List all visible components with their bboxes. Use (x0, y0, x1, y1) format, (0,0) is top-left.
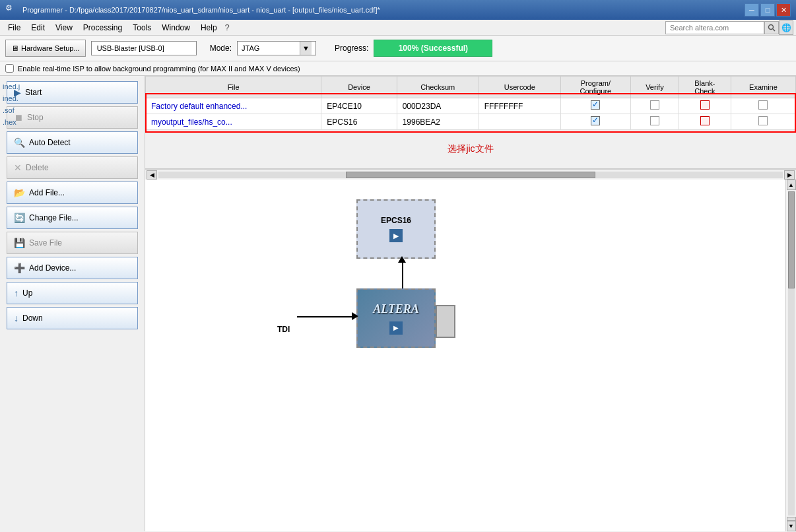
menu-tools[interactable]: Tools (127, 22, 156, 34)
verify-checkbox-1[interactable] (650, 100, 659, 110)
tdi-label: TDI (277, 325, 290, 334)
add-device-button[interactable]: ➕ Add Device... (7, 257, 138, 279)
v-scroll-track[interactable] (788, 191, 795, 515)
epcs16-play-button[interactable]: ▶ (389, 229, 403, 242)
altera-device-box: ALTERA ▶ (356, 288, 436, 348)
col-verify: Verify (630, 77, 679, 98)
table-row[interactable]: Factory default enhanced... EP4CE10 000D… (146, 98, 796, 114)
menu-processing[interactable]: Processing (78, 22, 127, 34)
row2-usercode (479, 114, 560, 130)
row1-blank[interactable] (679, 98, 731, 114)
row1-device: EP4CE10 (321, 98, 397, 114)
mode-dropdown-arrow[interactable]: ▼ (300, 42, 312, 55)
search-button[interactable] (764, 21, 779, 34)
progress-bar: 100% (Successful) (374, 40, 492, 57)
row2-checksum: 1996BEA2 (397, 114, 479, 130)
program-checkbox-2[interactable] (591, 116, 600, 125)
hw-icon: 🖥 (11, 44, 18, 52)
maximize-button[interactable]: □ (760, 3, 775, 17)
search-input[interactable] (665, 21, 764, 34)
down-label: Down (22, 314, 43, 323)
stop-button[interactable]: ⏹ Stop (7, 106, 138, 129)
col-program: Program/Configure (560, 77, 630, 98)
altera-play-button[interactable]: ▶ (389, 321, 403, 335)
save-file-label: Save File (29, 238, 62, 248)
change-file-button[interactable]: 🔄 Change File... (7, 207, 138, 229)
table-row[interactable]: myoutput_files/hs_co... EPCS16 1996BEA2 (146, 114, 796, 130)
globe-button[interactable]: 🌐 (779, 20, 793, 35)
mode-select[interactable]: JTAG ▼ (237, 41, 316, 55)
auto-detect-icon: 🔍 (14, 137, 25, 148)
start-button[interactable]: ▶ Start (7, 81, 138, 104)
row1-program[interactable] (560, 98, 630, 114)
delete-button[interactable]: ✕ Delete (7, 156, 138, 179)
tdi-arrow-head (352, 312, 358, 320)
title-bar: ⚙ Programmer - D:/fpga/class2017/2017082… (0, 0, 796, 20)
row1-examine[interactable] (731, 98, 795, 114)
row2-blank[interactable] (679, 114, 731, 130)
col-device: Device (321, 77, 397, 98)
change-file-icon: 🔄 (14, 213, 25, 223)
col-file: File (146, 77, 321, 98)
progress-label: Progress: (335, 44, 368, 53)
program-checkbox-1[interactable] (591, 100, 600, 110)
left-panel-texts: ined.j ined. .sof .hex (3, 81, 20, 128)
v-scroll-down-button[interactable]: ▼ (787, 521, 796, 531)
mode-value: JTAG (242, 44, 300, 52)
annotation: 选择jic文件 (145, 130, 796, 168)
v-scrollbar: ▲ ▼ (785, 180, 796, 531)
progress-value: 100% (Successful) (399, 44, 468, 53)
row2-verify[interactable] (630, 114, 679, 130)
add-file-button[interactable]: 📂 Add File... (7, 182, 138, 204)
window-controls: ─ □ ✕ (745, 3, 791, 17)
diagram-content: EPCS16 ▶ ALTERA ▶ TDI (145, 180, 785, 531)
app-icon: ⚙ (5, 3, 18, 17)
toolbar: 🖥 Hardware Setup... USB-Blaster [USB-0] … (0, 36, 796, 61)
row2-program[interactable] (560, 114, 630, 130)
h-scroll-thumb[interactable] (346, 172, 595, 178)
row1-checksum: 000D23DA (397, 98, 479, 114)
start-label: Start (25, 88, 42, 97)
examine-checkbox-1[interactable] (758, 100, 768, 110)
menu-view[interactable]: View (50, 22, 78, 34)
blank-checkbox-2[interactable] (700, 116, 710, 125)
change-file-label: Change File... (29, 213, 79, 222)
search-area: 🌐 (665, 20, 793, 35)
h-scroll-track[interactable] (158, 172, 783, 178)
menu-window[interactable]: Window (156, 22, 195, 34)
row2-examine[interactable] (731, 114, 795, 130)
row1-verify[interactable] (630, 98, 679, 114)
h-scroll-right-button[interactable]: ▶ (784, 170, 795, 180)
hardware-setup-button[interactable]: 🖥 Hardware Setup... (5, 40, 86, 57)
examine-checkbox-2[interactable] (758, 116, 768, 125)
menu-file[interactable]: File (3, 22, 26, 34)
col-usercode: Usercode (479, 77, 560, 98)
verify-checkbox-2[interactable] (650, 116, 659, 125)
v-scroll-thumb[interactable] (788, 191, 795, 288)
isp-checkbox[interactable] (5, 64, 14, 73)
add-device-icon: ➕ (14, 263, 25, 273)
right-content: File Device Checksum Usercode Program/Co… (145, 76, 796, 531)
auto-detect-label: Auto Detect (29, 138, 71, 147)
arrow-head (398, 256, 406, 263)
h-scroll-left-button[interactable]: ◀ (147, 170, 157, 180)
blank-checkbox-1[interactable] (700, 100, 710, 110)
auto-detect-button[interactable]: 🔍 Auto Detect (7, 131, 138, 154)
epcs16-label: EPCS16 (381, 216, 411, 225)
up-button[interactable]: ↑ Up (7, 282, 138, 304)
menu-edit[interactable]: Edit (26, 22, 50, 34)
save-file-button[interactable]: 💾 Save File (7, 232, 138, 254)
delete-icon: ✕ (14, 162, 22, 173)
hw-display: USB-Blaster [USB-0] (91, 41, 197, 55)
close-button[interactable]: ✕ (776, 3, 791, 17)
menu-help[interactable]: Help (195, 22, 222, 34)
h-scrollbar: ◀ ▶ (145, 169, 796, 180)
col-blank: Blank-Check (679, 77, 731, 98)
down-button[interactable]: ↓ Down (7, 307, 138, 329)
v-scroll-up-button[interactable]: ▲ (787, 180, 796, 190)
help-icon[interactable]: ? (225, 22, 230, 32)
add-file-label: Add File... (29, 188, 65, 197)
row2-file: myoutput_files/hs_co... (146, 114, 321, 130)
minimize-button[interactable]: ─ (745, 3, 759, 17)
delete-label: Delete (26, 163, 49, 172)
